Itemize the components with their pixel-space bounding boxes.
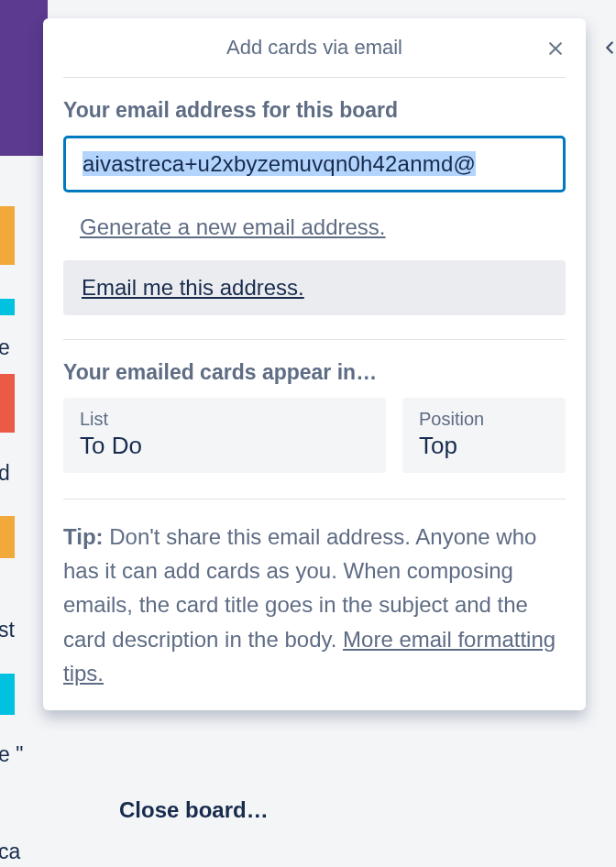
list-selector[interactable]: List To Do: [63, 398, 386, 473]
label-stripe: [0, 516, 15, 558]
label-stripe: [0, 374, 15, 433]
appear-in-label: Your emailed cards appear in…: [63, 360, 566, 385]
email-to-board-popover: Add cards via email Your email address f…: [43, 18, 586, 710]
email-address-field[interactable]: aivastreca+u2xbyzemuvqn0h42anmd@: [63, 136, 566, 192]
bg-purple-strip: [0, 0, 48, 156]
position-selector[interactable]: Position Top: [402, 398, 566, 473]
email-me-address-button[interactable]: Email me this address.: [63, 260, 566, 315]
divider: [63, 499, 566, 499]
bg-fragment: e ": [0, 742, 23, 767]
position-selector-value: Top: [419, 432, 549, 460]
popover-title: Add cards via email: [226, 36, 402, 60]
popover-header: Add cards via email: [43, 18, 586, 77]
list-selector-label: List: [80, 409, 369, 430]
email-address-label: Your email address for this board: [63, 98, 566, 123]
close-icon: [546, 39, 565, 58]
bg-fragment: d: [0, 461, 10, 486]
list-selector-value: To Do: [80, 432, 369, 460]
tip-prefix: Tip:: [63, 524, 104, 549]
bg-fragment: e: [0, 335, 10, 360]
label-stripe: [0, 674, 15, 715]
close-board-button[interactable]: Close board…: [119, 797, 269, 823]
chevron-left-icon[interactable]: [600, 35, 616, 64]
generate-new-email-link[interactable]: Generate a new email address.: [63, 214, 566, 240]
email-address-value: aivastreca+u2xbyzemuvqn0h42anmd@: [82, 151, 476, 176]
label-stripe: [0, 299, 15, 315]
divider: [63, 339, 566, 340]
position-selector-label: Position: [419, 409, 549, 430]
appear-row: List To Do Position Top: [63, 398, 566, 473]
close-button[interactable]: [544, 37, 567, 60]
label-stripe: [0, 206, 15, 265]
bg-fragment: ca: [0, 840, 20, 864]
bg-fragment: st: [0, 618, 15, 642]
tip-text: Tip: Don't share this email address. Any…: [63, 520, 566, 690]
divider: [63, 77, 566, 78]
